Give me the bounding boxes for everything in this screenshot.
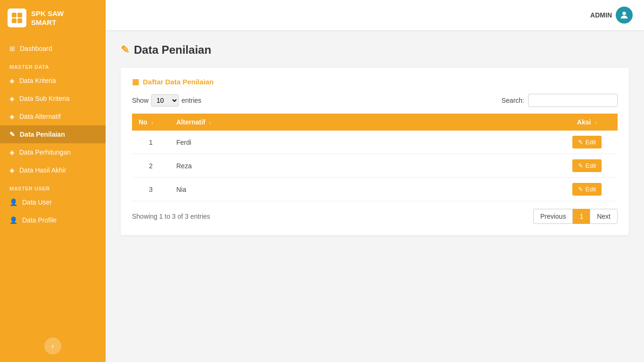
sidebar-item-data-kriteria[interactable]: ◈ Data Kriteria: [0, 72, 106, 90]
sidebar-item-label: Data Alternatif: [19, 113, 61, 120]
card-header-icon: ▦: [132, 77, 139, 86]
sidebar-nav: ⊞ Dashboard MASTER DATA ◈ Data Kriteria …: [0, 36, 106, 333]
header-user: ADMIN: [590, 7, 633, 24]
cell-aksi: ✎ Edit: [556, 131, 618, 154]
svg-rect-0: [12, 13, 17, 17]
data-hasil-akhir-icon: ◈: [9, 166, 15, 174]
data-penilaian-card: ▦ Daftar Data Penilaian Show 10 25 50 10…: [121, 68, 629, 235]
sidebar: SPK SAW SMART ⊞ Dashboard MASTER DATA ◈ …: [0, 0, 106, 362]
showing-text: Showing 1 to 3 of 3 entries: [132, 213, 210, 220]
data-table: No ↕ Alternatif ↕ Aksi ↕ 1 Ferdi: [132, 114, 618, 201]
sort-icon-alternatif: ↕: [209, 120, 211, 125]
svg-rect-2: [12, 18, 17, 23]
page-title: ✎ Data Penilaian: [121, 43, 629, 57]
previous-button[interactable]: Previous: [533, 209, 573, 224]
table-row: 1 Ferdi ✎ Edit: [132, 131, 618, 154]
svg-point-4: [622, 12, 626, 15]
cell-no: 2: [132, 154, 170, 178]
page-title-icon: ✎: [121, 44, 129, 56]
edit-button[interactable]: ✎ Edit: [572, 183, 602, 196]
sidebar-item-label: Dashboard: [20, 45, 52, 52]
sidebar-item-data-profile[interactable]: 👤 Data Profile: [0, 211, 106, 229]
sidebar-item-label: Data Perhitungan: [19, 148, 71, 156]
main-area: ADMIN ✎ Data Penilaian ▦ Daftar Data Pen…: [106, 0, 644, 362]
cell-aksi: ✎ Edit: [556, 154, 618, 178]
data-alternatif-icon: ◈: [9, 113, 15, 120]
col-alternatif: Alternatif ↕: [170, 114, 556, 131]
svg-rect-3: [17, 18, 22, 23]
col-no: No ↕: [132, 114, 170, 131]
sidebar-item-data-hasil-akhir[interactable]: ◈ Data Hasil Akhir: [0, 161, 106, 179]
cell-no: 1: [132, 131, 170, 154]
sidebar-item-data-sub-kriteria[interactable]: ◈ Data Sub Kriteria: [0, 90, 106, 107]
sidebar-item-label: Data Sub Kriteria: [19, 95, 70, 102]
sidebar-item-data-user[interactable]: 👤 Data User: [0, 193, 106, 211]
col-aksi: Aksi ↕: [556, 114, 618, 131]
sidebar-item-dashboard[interactable]: ⊞ Dashboard: [0, 40, 106, 58]
sidebar-item-label: Data Profile: [22, 216, 57, 224]
svg-rect-1: [17, 13, 22, 17]
table-row: 2 Reza ✎ Edit: [132, 154, 618, 178]
search-label: Search:: [502, 97, 524, 104]
entries-select[interactable]: 10 25 50 100: [151, 94, 179, 107]
edit-button[interactable]: ✎ Edit: [572, 136, 602, 148]
pagination: Previous 1 Next: [533, 209, 618, 224]
data-user-icon: 👤: [9, 198, 17, 206]
sidebar-item-data-alternatif[interactable]: ◈ Data Alternatif: [0, 107, 106, 125]
data-penilaian-icon: ✎: [9, 131, 15, 138]
admin-username: ADMIN: [590, 11, 612, 19]
edit-icon: ✎: [578, 162, 583, 169]
show-entries: Show 10 25 50 100 entries: [132, 94, 201, 107]
data-perhitungan-icon: ◈: [9, 148, 15, 156]
sidebar-item-label: Data Hasil Akhir: [19, 166, 66, 174]
sidebar-item-data-perhitungan[interactable]: ◈ Data Perhitungan: [0, 143, 106, 161]
sidebar-item-label: Data User: [22, 198, 52, 206]
sidebar-item-data-penilaian[interactable]: ✎ Data Penilaian: [0, 125, 106, 143]
cell-alternatif: Ferdi: [170, 131, 556, 154]
header: ADMIN: [106, 0, 644, 30]
sidebar-collapse-button[interactable]: ‹: [44, 337, 61, 354]
user-avatar: [616, 7, 633, 24]
content-area: ✎ Data Penilaian ▦ Daftar Data Penilaian…: [106, 30, 644, 362]
logo-text: SPK SAW SMART: [31, 9, 64, 27]
edit-icon: ✎: [578, 186, 583, 193]
sort-icon-no: ↕: [151, 120, 154, 125]
table-body: 1 Ferdi ✎ Edit 2 Reza ✎ Edit 3 Nia: [132, 131, 618, 201]
search-input[interactable]: [528, 94, 618, 107]
cell-no: 3: [132, 178, 170, 201]
sidebar-item-label: Data Kriteria: [19, 77, 56, 84]
next-button[interactable]: Next: [590, 209, 618, 224]
data-kriteria-icon: ◈: [9, 77, 15, 84]
table-controls: Show 10 25 50 100 entries Search:: [132, 94, 618, 107]
sort-icon-aksi: ↕: [594, 120, 597, 125]
edit-button[interactable]: ✎ Edit: [572, 159, 602, 172]
cell-aksi: ✎ Edit: [556, 178, 618, 201]
search-box: Search:: [502, 94, 618, 107]
data-sub-kriteria-icon: ◈: [9, 95, 15, 102]
sidebar-item-label: Data Penilaian: [20, 131, 65, 138]
edit-icon: ✎: [578, 139, 583, 146]
data-profile-icon: 👤: [9, 216, 17, 224]
table-row: 3 Nia ✎ Edit: [132, 178, 618, 201]
dashboard-icon: ⊞: [9, 45, 15, 52]
current-page: 1: [573, 209, 590, 224]
card-header: ▦ Daftar Data Penilaian: [132, 77, 618, 86]
cell-alternatif: Reza: [170, 154, 556, 178]
section-label-master-data: MASTER DATA: [0, 58, 106, 72]
cell-alternatif: Nia: [170, 178, 556, 201]
sidebar-logo: SPK SAW SMART: [0, 0, 106, 36]
section-label-master-user: MASTER USER: [0, 179, 106, 193]
logo-icon: [8, 8, 26, 27]
table-footer: Showing 1 to 3 of 3 entries Previous 1 N…: [132, 209, 618, 224]
